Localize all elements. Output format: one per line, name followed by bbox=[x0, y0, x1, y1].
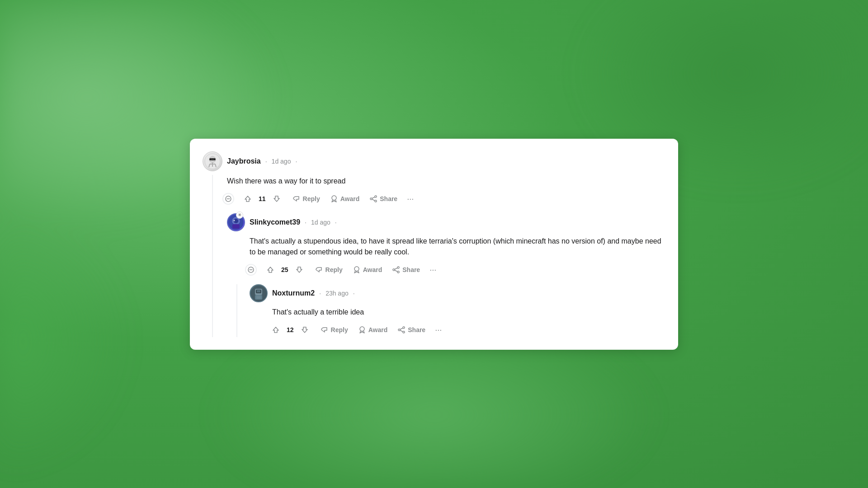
svg-point-13 bbox=[332, 196, 336, 200]
collapse-btn-slinky[interactable] bbox=[245, 264, 257, 276]
username-jaybrosia[interactable]: Jaybrosia bbox=[227, 157, 261, 165]
upvote-btn-nox[interactable] bbox=[268, 324, 284, 336]
timestamp-slinky: 1d ago bbox=[311, 219, 330, 226]
comment-slinkycomet39: ✳ Slinkycomet39 · 1d ago · That's actual… bbox=[227, 213, 664, 337]
thread-line-3 bbox=[236, 284, 237, 337]
reply-btn-jaybrosia[interactable]: Reply bbox=[288, 192, 324, 205]
vote-count-jaybrosia: 11 bbox=[257, 195, 268, 202]
avatar-icon-nox bbox=[250, 285, 267, 301]
upvote-icon-1 bbox=[244, 195, 252, 203]
dot-sep-6: · bbox=[353, 290, 355, 297]
badge-slinky: ✳ bbox=[236, 211, 243, 219]
share-btn-jaybrosia[interactable]: Share bbox=[365, 192, 401, 205]
thread-line-2 bbox=[212, 213, 213, 337]
award-icon-1 bbox=[330, 195, 338, 203]
avatar-jaybrosia bbox=[203, 151, 222, 171]
svg-line-42 bbox=[400, 328, 403, 329]
dot-sep-2: · bbox=[295, 158, 297, 165]
username-slinkycomet39[interactable]: Slinkycomet39 bbox=[250, 218, 300, 226]
svg-point-16 bbox=[375, 200, 377, 202]
svg-point-38 bbox=[360, 327, 364, 331]
dot-sep-3: · bbox=[305, 219, 307, 226]
comment-card: Jaybrosia · 1d ago · Wish there was a wa… bbox=[190, 139, 678, 350]
svg-line-31 bbox=[395, 270, 397, 272]
upvote-icon-3 bbox=[272, 326, 280, 334]
share-icon-1 bbox=[369, 195, 377, 203]
share-btn-nox[interactable]: Share bbox=[393, 324, 429, 336]
svg-point-14 bbox=[375, 196, 377, 197]
share-icon-2 bbox=[392, 266, 400, 274]
comment-header-slinky: ✳ Slinkycomet39 · 1d ago · bbox=[227, 213, 664, 231]
dot-sep-1: · bbox=[265, 158, 267, 165]
svg-point-40 bbox=[398, 329, 400, 331]
upvote-icon-2 bbox=[266, 266, 274, 274]
avatar-icon-jaybrosia bbox=[204, 153, 221, 169]
vote-group-nox: 12 bbox=[268, 324, 313, 336]
collapse-btn-jaybrosia[interactable] bbox=[222, 193, 234, 205]
dot-sep-5: · bbox=[319, 290, 321, 297]
reply-btn-nox[interactable]: Reply bbox=[316, 324, 352, 336]
downvote-icon-3 bbox=[301, 326, 309, 334]
comment-actions-nox: 12 Reply bbox=[268, 323, 664, 337]
dot-sep-4: · bbox=[335, 219, 337, 226]
comment-actions-jaybrosia: 11 Reply bbox=[222, 192, 664, 206]
svg-rect-22 bbox=[232, 224, 240, 229]
downvote-btn-nox[interactable] bbox=[297, 324, 313, 336]
award-btn-slinky[interactable]: Award bbox=[349, 263, 387, 276]
username-noxturnum2[interactable]: Noxturnum2 bbox=[272, 289, 315, 297]
downvote-icon-2 bbox=[295, 266, 303, 274]
award-icon-2 bbox=[353, 266, 361, 274]
comment-actions-slinky: 25 Reply bbox=[245, 263, 664, 277]
comment-body-slinky: That's actually a stupendous idea, to ha… bbox=[250, 236, 664, 258]
reply-btn-slinky[interactable]: Reply bbox=[311, 263, 347, 276]
more-btn-nox[interactable]: ··· bbox=[431, 323, 445, 337]
timestamp-nox: 23h ago bbox=[326, 290, 349, 297]
svg-line-17 bbox=[372, 197, 375, 198]
comment-body-jaybrosia: Wish there was a way for it to spread bbox=[227, 176, 664, 187]
minus-icon-2 bbox=[248, 267, 254, 273]
svg-point-26 bbox=[354, 267, 359, 271]
reply-icon-1 bbox=[292, 195, 301, 203]
downvote-icon-1 bbox=[273, 195, 281, 203]
downvote-btn-slinky[interactable] bbox=[291, 263, 307, 276]
svg-point-29 bbox=[397, 271, 399, 273]
svg-line-30 bbox=[395, 268, 397, 269]
share-icon-3 bbox=[397, 326, 406, 334]
svg-point-39 bbox=[403, 327, 405, 328]
svg-point-23 bbox=[234, 220, 235, 221]
svg-point-6 bbox=[213, 158, 215, 160]
comment-noxturnum2: Noxturnum2 · 23h ago · That's actually a… bbox=[250, 284, 664, 337]
svg-point-41 bbox=[403, 331, 405, 333]
svg-line-18 bbox=[372, 199, 375, 201]
comment-header-jaybrosia: Jaybrosia · 1d ago · bbox=[203, 151, 664, 171]
vote-count-slinky: 25 bbox=[279, 266, 290, 273]
more-btn-jaybrosia[interactable]: ··· bbox=[403, 192, 417, 206]
reply-icon-3 bbox=[321, 326, 329, 334]
avatar-noxturnum2 bbox=[250, 284, 268, 302]
award-btn-nox[interactable]: Award bbox=[354, 324, 392, 336]
vote-count-nox: 12 bbox=[285, 326, 296, 333]
comment-body-nox: That's actually a terrible idea bbox=[272, 307, 664, 318]
downvote-btn-jaybrosia[interactable] bbox=[269, 192, 285, 205]
svg-rect-37 bbox=[256, 296, 261, 299]
upvote-btn-slinky[interactable] bbox=[262, 263, 278, 276]
vote-group-jaybrosia: 11 bbox=[240, 192, 285, 205]
svg-line-43 bbox=[400, 330, 403, 332]
svg-rect-35 bbox=[257, 290, 260, 292]
share-btn-slinky[interactable]: Share bbox=[388, 263, 424, 276]
more-btn-slinky[interactable]: ··· bbox=[426, 263, 440, 277]
upvote-btn-jaybrosia[interactable] bbox=[240, 192, 256, 205]
comment-header-nox: Noxturnum2 · 23h ago · bbox=[250, 284, 664, 302]
svg-point-27 bbox=[397, 267, 399, 268]
comment-jaybrosia: Jaybrosia · 1d ago · Wish there was a wa… bbox=[203, 151, 664, 337]
svg-point-28 bbox=[393, 269, 395, 271]
award-btn-jaybrosia[interactable]: Award bbox=[326, 192, 364, 205]
svg-point-5 bbox=[210, 158, 212, 160]
minus-icon-1 bbox=[225, 196, 231, 202]
reply-icon-2 bbox=[315, 266, 323, 274]
award-icon-3 bbox=[358, 326, 366, 334]
vote-group-slinky: 25 bbox=[262, 263, 307, 276]
svg-point-15 bbox=[370, 198, 372, 200]
timestamp-jaybrosia: 1d ago bbox=[272, 158, 291, 165]
